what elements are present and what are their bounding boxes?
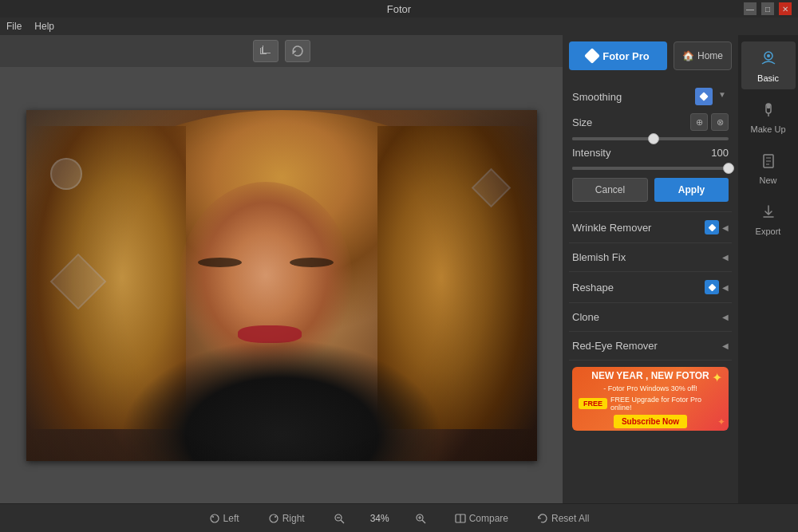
red-eye-chevron: ◀ — [722, 341, 729, 350]
intensity-label: Intensity — [572, 147, 610, 159]
size-label: Size — [572, 116, 592, 128]
blemish-fix-icons: ◀ — [722, 253, 729, 262]
main-layout: Fotor Pro 🏠 Home Smoothing ▼ — [0, 35, 798, 503]
sidebar-item-export[interactable]: Export — [741, 195, 796, 242]
tools-sidebar: Basic Make Up — [738, 35, 798, 503]
reshape-row[interactable]: Reshape ◀ — [569, 272, 732, 303]
export-label: Export — [756, 227, 781, 236]
intensity-row: Intensity 100 — [572, 147, 729, 159]
makeup-icon — [757, 99, 780, 121]
zoom-in-button[interactable] — [409, 510, 433, 527]
basic-label: Basic — [757, 73, 779, 83]
canvas-wrapper — [18, 67, 545, 503]
svg-point-8 — [212, 516, 214, 518]
sidebar-item-makeup[interactable]: Make Up — [741, 93, 796, 140]
red-eye-remover-title: Red-Eye Remover — [572, 340, 658, 352]
clone-row[interactable]: Clone ◀ — [569, 303, 732, 332]
zoom-level: 34% — [367, 513, 393, 524]
minimize-button[interactable]: — — [744, 2, 757, 15]
right-panel: Fotor Pro 🏠 Home Smoothing ▼ — [563, 35, 798, 503]
zoom-out-button[interactable] — [327, 510, 351, 527]
export-icon — [757, 201, 780, 223]
reset-all-button[interactable]: Reset All — [531, 510, 595, 527]
cancel-button[interactable]: Cancel — [572, 178, 648, 202]
size-slider[interactable] — [572, 137, 729, 140]
ad-title: NEW YEAR , NEW FOTOR — [591, 370, 709, 381]
star-icon: ✦ — [717, 416, 725, 428]
svg-rect-0 — [262, 47, 263, 53]
compare-button[interactable]: Compare — [448, 510, 515, 527]
wrinkle-chevron: ◀ — [722, 223, 729, 232]
wrinkle-remover-icons: ◀ — [705, 220, 729, 234]
fotor-pro-button[interactable]: Fotor Pro — [569, 41, 667, 70]
title-bar: Fotor — □ ✕ — [0, 0, 798, 18]
smoothing-header[interactable]: Smoothing ▼ — [569, 80, 732, 113]
crop-tool-button[interactable] — [253, 40, 279, 62]
home-button[interactable]: 🏠 Home — [674, 41, 732, 70]
svg-point-3 — [767, 54, 770, 57]
reshape-title: Reshape — [572, 282, 614, 294]
menu-bar: File Help — [0, 18, 798, 35]
sidebar-item-new[interactable]: New — [741, 144, 796, 191]
red-eye-remover-row[interactable]: Red-Eye Remover ◀ — [569, 332, 732, 361]
wrinkle-pro-badge — [705, 220, 719, 234]
menu-help[interactable]: Help — [34, 21, 54, 32]
reshape-icons: ◀ — [705, 280, 729, 294]
window-controls[interactable]: — □ ✕ — [744, 2, 792, 15]
fireworks-icon: ✦ — [712, 370, 722, 385]
apply-button[interactable]: Apply — [654, 178, 729, 202]
menu-file[interactable]: File — [6, 21, 22, 32]
clone-chevron: ◀ — [722, 313, 729, 321]
home-icon: 🏠 — [682, 50, 694, 61]
basic-icon — [757, 48, 780, 70]
smoothing-icons: ▼ — [695, 88, 729, 105]
size-cursor-icon[interactable]: ⊕ — [690, 113, 708, 131]
ad-banner: NEW YEAR , NEW FOTOR - Fotor Pro Windows… — [572, 367, 729, 431]
makeup-label: Make Up — [750, 124, 785, 134]
ad-subscribe-button[interactable]: Subscribe Now — [614, 415, 687, 428]
clone-title: Clone — [572, 311, 599, 323]
smoothing-section: Smoothing ▼ Size ⊕ ⊗ — [569, 80, 732, 212]
wrinkle-remover-title: Wrinkle Remover — [572, 222, 651, 234]
red-eye-remover-icons: ◀ — [722, 341, 729, 350]
svg-rect-1 — [262, 53, 268, 53]
svg-point-7 — [211, 514, 219, 522]
size-eraser-icon[interactable]: ⊗ — [711, 113, 729, 131]
ad-line1: - Fotor Pro Windows 30% off! — [603, 384, 697, 392]
panel-header: Fotor Pro 🏠 Home — [569, 41, 732, 70]
intensity-value: 100 — [711, 147, 729, 159]
svg-point-9 — [270, 514, 278, 522]
smoothing-chevron: ▼ — [716, 88, 729, 100]
blemish-chevron: ◀ — [722, 253, 729, 262]
settings-panel: Fotor Pro 🏠 Home Smoothing ▼ — [563, 35, 738, 503]
reshape-chevron: ◀ — [722, 283, 729, 292]
ad-free-badge: FREE — [579, 398, 607, 409]
ad-line2: FREE Upgrade for Fotor Pro online! — [610, 396, 722, 412]
maximize-button[interactable]: □ — [761, 2, 774, 15]
blemish-fix-title: Blemish Fix — [572, 251, 626, 263]
blemish-fix-row[interactable]: Blemish Fix ◀ — [569, 243, 732, 272]
bottom-toolbar: Left Right 34% Compare Reset All — [0, 503, 798, 532]
intensity-slider[interactable] — [572, 167, 729, 170]
sidebar-item-basic[interactable]: Basic — [741, 41, 796, 89]
smoothing-title: Smoothing — [572, 91, 622, 103]
size-row: Size ⊕ ⊗ — [572, 113, 729, 131]
wrinkle-remover-row[interactable]: Wrinkle Remover ◀ — [569, 212, 732, 243]
reshape-pro-badge — [705, 280, 719, 294]
svg-point-10 — [275, 516, 276, 518]
left-button[interactable]: Left — [203, 510, 246, 527]
new-label: New — [759, 175, 776, 185]
size-icons: ⊕ ⊗ — [690, 113, 729, 131]
action-row: Cancel Apply — [572, 178, 729, 202]
rotate-tool-button[interactable] — [285, 40, 310, 62]
intensity-slider-row — [572, 167, 729, 170]
canvas-area — [0, 35, 563, 503]
clone-icons: ◀ — [722, 313, 729, 321]
size-slider-row — [572, 137, 729, 140]
right-button[interactable]: Right — [262, 510, 311, 527]
photo-canvas[interactable] — [26, 110, 537, 461]
close-button[interactable]: ✕ — [779, 2, 792, 15]
smoothing-pro-badge — [695, 88, 713, 105]
canvas-toolbar — [0, 35, 563, 67]
app-title: Fotor — [54, 3, 744, 15]
